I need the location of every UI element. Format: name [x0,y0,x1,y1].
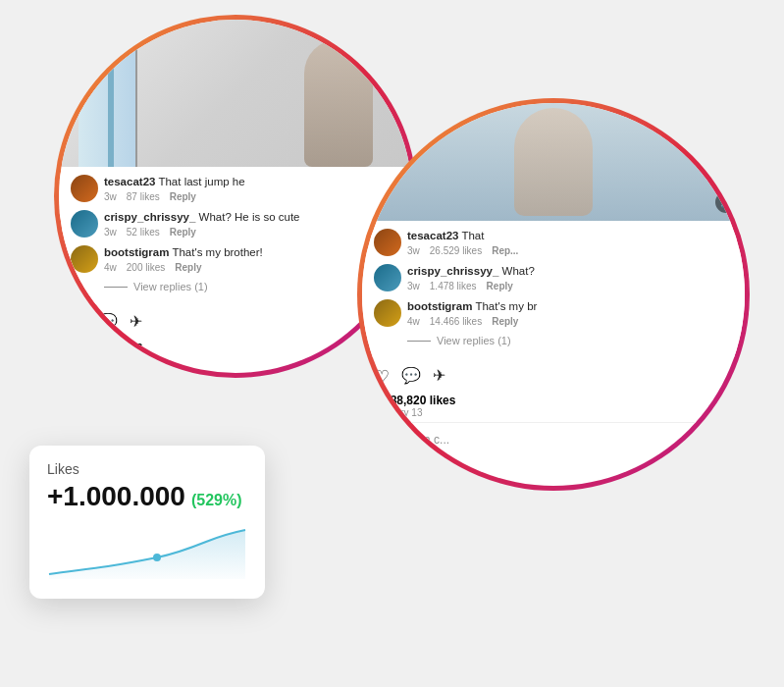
stats-card: Likes +1.000.000 (529%) [29,446,265,599]
comment-content-2: What? He is so cute [199,211,300,223]
right-reply-button-2[interactable]: Reply [487,281,513,291]
smiley-icon: ☺ [374,429,392,449]
avatar-crispy-left [71,210,98,238]
right-actions-row: ♡ 💬 ✈ [362,358,745,392]
door-stripes [108,20,128,167]
comment-likes-3: 200 likes [127,262,165,273]
right-comment-meta-2: 3w 1.478 likes Reply [407,281,733,291]
left-likes-count: 188,820 likes [71,340,400,353]
person-silhouette-right [514,108,593,216]
comment-time-2: 3w [104,227,117,238]
reply-button-1[interactable]: Reply [170,191,196,202]
comment-likes-1: 87 likes [127,191,160,202]
share-icon-left[interactable]: ✈ [130,312,142,334]
comment-text-1: tesacat23 That last jump he [104,175,400,189]
right-comment-time-3: 4w [407,316,420,327]
comment-content-1: That last jump he [158,176,244,187]
right-username-3: bootstigram [407,300,472,312]
avatar-tesacat23-right [374,229,401,256]
right-comment-row-2: crispy_chrissyy_ What? 3w 1.478 likes Re… [374,264,733,291]
right-comment-body-1: tesacat23 That 3w 26.529 likes Rep... [407,229,733,256]
view-replies-line-right [407,341,431,342]
comment-body-2: crispy_chrissyy_ What? He is so cute 3w … [104,210,400,238]
comment-time-1: 3w [104,191,117,202]
reply-button-2[interactable]: Reply [170,227,196,238]
right-comment-text-2: crispy_chrissyy_ What? [407,264,733,279]
right-comment-likes-1: 26.529 likes [430,245,482,256]
comment-meta-1: 3w 87 likes Reply [104,191,400,202]
right-likes-section: 1,188,820 likes January 13 [362,392,745,422]
left-post-date: January 13 [71,353,400,364]
comment-row-1: tesacat23 That last jump he 3w 87 likes … [71,175,400,202]
view-replies-left[interactable]: View replies (1) [104,281,400,292]
stats-number: +1.000.000 [47,481,185,512]
comment-row-3: bootstigram That's my brother! 4w 200 li… [71,245,400,273]
view-replies-right[interactable]: View replies (1) [407,335,733,346]
comment-icon-right[interactable]: 💬 [401,366,421,388]
stats-percent: (529%) [191,492,242,509]
right-comment-content-2: What? [502,265,535,277]
right-comment-meta-1: 3w 26.529 likes Rep... [407,245,733,256]
right-comment-body-3: bootstigram That's my br 4w 14.466 likes… [407,299,733,327]
username-2: crispy_chrissyy_ [104,211,195,223]
right-comment-text-3: bootstigram That's my br [407,299,733,314]
comment-text-2: crispy_chrissyy_ What? He is so cute [104,210,400,225]
comment-text-3: bootstigram That's my brother! [104,245,400,260]
avatar-bootstigram-left [71,245,98,273]
stats-label: Likes [47,461,247,477]
scene: tesacat23 That last jump he 3w 87 likes … [0,0,784,687]
right-comment-likes-2: 1.478 likes [430,281,477,291]
right-reply-button-1[interactable]: Rep... [492,245,518,256]
right-comment-section: tesacat23 That 3w 26.529 likes Rep... cr… [362,221,745,358]
right-comment-body-2: crispy_chrissyy_ What? 3w 1.478 likes Re… [407,264,733,291]
comment-row-2: crispy_chrissyy_ What? He is so cute 3w … [71,210,400,238]
view-replies-text-right: View replies (1) [437,335,511,346]
right-circle: 🔊 tesacat23 That 3w 26.529 likes Rep... [362,103,745,486]
view-replies-text-left: View replies (1) [133,281,208,292]
username-3: bootstigram [104,246,169,258]
stats-chart [47,520,247,579]
right-comment-likes-3: 14.466 likes [430,316,482,327]
avatar-bootstigram-right [374,299,401,327]
share-icon-right[interactable]: ✈ [433,366,445,388]
left-likes-section: 188,820 likes January 13 [59,338,412,368]
avatar-crispy-right [374,264,401,291]
stripe-1 [108,20,114,167]
comment-meta-3: 4w 200 likes Reply [104,262,400,273]
right-comment-row-1: tesacat23 That 3w 26.529 likes Rep... [374,229,733,256]
stats-value-row: +1.000.000 (529%) [47,481,247,512]
right-comment-row-3: bootstigram That's my br 4w 14.466 likes… [374,299,733,327]
right-post-image: 🔊 [362,103,745,221]
comment-meta-2: 3w 52 likes Reply [104,227,400,238]
right-comment-content-3: That's my br [475,300,537,312]
right-reply-button-3[interactable]: Reply [492,316,518,327]
door-element [78,20,137,167]
right-likes-count: 1,188,820 likes [374,394,733,407]
chart-dot [153,554,161,561]
reply-button-3[interactable]: Reply [175,262,201,273]
avatar-tesacat23-left [71,175,98,202]
right-comment-time-1: 3w [407,245,420,256]
comment-content-3: That's my brother! [172,246,262,258]
view-replies-line [104,287,128,288]
heart-icon-left[interactable]: ♡ [71,312,86,334]
username-1: tesacat23 [104,176,155,187]
comment-body-3: bootstigram That's my brother! 4w 200 li… [104,245,400,273]
comment-body-1: tesacat23 That last jump he 3w 87 likes … [104,175,400,202]
right-comment-text-1: tesacat23 That [407,229,733,243]
right-comment-content-1: That [461,230,484,241]
right-comment-meta-3: 4w 14.466 likes Reply [407,316,733,327]
comment-likes-2: 52 likes [127,227,160,238]
right-post-date: January 13 [374,407,733,418]
right-username-1: tesacat23 [407,230,458,241]
volume-icon[interactable]: 🔊 [715,191,737,213]
left-post-image [59,20,412,167]
right-username-2: crispy_chrissyy_ [407,265,498,277]
comment-time-3: 4w [104,262,117,273]
right-comment-time-2: 3w [407,281,420,291]
